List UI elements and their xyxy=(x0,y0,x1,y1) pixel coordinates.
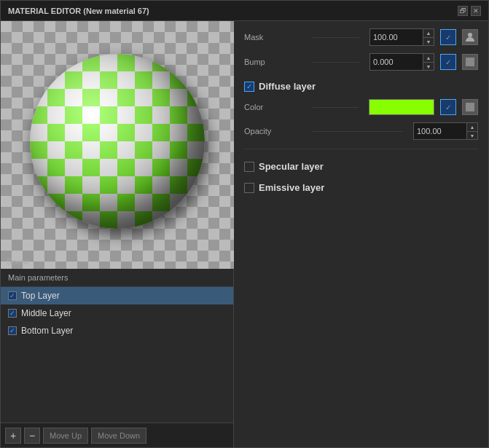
bump-row: Bump ▲ ▼ ✓ xyxy=(244,53,478,71)
layers-list: ✓Top Layer✓Middle Layer✓Bottom Layer xyxy=(1,287,233,423)
mask-spin-down[interactable]: ▼ xyxy=(423,37,434,45)
color-spacer xyxy=(313,107,359,108)
emissive-layer-title: Emissive layer xyxy=(259,182,324,193)
layers-toolbar: + − Move Up Move Down xyxy=(1,423,233,447)
material-editor-window: MATERIAL EDITOR (New material 67) 🗗 ✕ Sc… xyxy=(0,0,489,448)
layer-name-middle: Middle Layer xyxy=(21,308,71,318)
specular-layer-section: Specular layer xyxy=(244,161,478,172)
bump-check-button[interactable]: ✓ xyxy=(440,54,456,70)
left-panel: Scene Main parameters ✓Top Layer✓Middle … xyxy=(1,21,234,447)
svg-rect-2 xyxy=(466,103,474,111)
opacity-spin-buttons: ▲ ▼ xyxy=(466,123,477,139)
specular-layer-title: Specular layer xyxy=(259,161,324,172)
mask-input[interactable] xyxy=(370,29,423,45)
preview-area: Scene xyxy=(1,21,234,269)
diffuse-layer-title: Diffuse layer xyxy=(259,81,316,92)
title-bar: MATERIAL EDITOR (New material 67) 🗗 ✕ xyxy=(1,1,488,21)
opacity-spacer xyxy=(313,131,403,132)
bump-input-wrapper: ▲ ▼ xyxy=(369,53,434,71)
title-bar-controls: 🗗 ✕ xyxy=(458,6,481,16)
color-check-button[interactable]: ✓ xyxy=(440,99,456,115)
color-swatch[interactable] xyxy=(369,99,434,115)
bump-label: Bump xyxy=(244,58,302,66)
close-button[interactable]: ✕ xyxy=(471,6,481,16)
color-row: Color ✓ xyxy=(244,99,478,115)
opacity-label: Opacity xyxy=(244,127,302,135)
mask-spin-buttons: ▲ ▼ xyxy=(423,29,434,45)
divider-1 xyxy=(244,149,478,149)
specular-layer-checkbox[interactable] xyxy=(244,162,254,172)
sphere-container xyxy=(8,28,227,254)
opacity-input-wrapper: ▲ ▼ xyxy=(413,122,478,140)
layer-name-top: Top Layer xyxy=(21,291,60,301)
window-title: MATERIAL EDITOR (New material 67) xyxy=(8,7,149,15)
move-down-button[interactable]: Move Down xyxy=(91,428,146,444)
mask-label: Mask xyxy=(244,33,302,42)
layer-item-top[interactable]: ✓Top Layer xyxy=(1,287,233,304)
svg-point-0 xyxy=(468,33,472,37)
bump-spin-down[interactable]: ▼ xyxy=(423,62,434,70)
bump-spacer xyxy=(313,62,359,63)
move-up-button[interactable]: Move Up xyxy=(43,428,88,444)
emissive-layer-checkbox[interactable] xyxy=(244,183,254,193)
add-layer-button[interactable]: + xyxy=(5,428,21,444)
layer-checkbox-middle[interactable]: ✓ xyxy=(8,309,17,318)
mask-spacer xyxy=(313,37,359,38)
layer-item-bottom[interactable]: ✓Bottom Layer xyxy=(1,322,233,339)
right-panel: Mask ▲ ▼ ✓ B xyxy=(234,21,488,447)
diffuse-layer-section: ✓ Diffuse layer xyxy=(244,81,478,92)
layer-name-bottom: Bottom Layer xyxy=(21,326,73,336)
layer-checkbox-top[interactable]: ✓ xyxy=(8,291,17,300)
mask-spin-up[interactable]: ▲ xyxy=(423,29,434,37)
emissive-layer-section: Emissive layer xyxy=(244,182,478,193)
bump-spin-up[interactable]: ▲ xyxy=(423,54,434,62)
opacity-spin-up[interactable]: ▲ xyxy=(467,123,477,131)
mask-check-button[interactable]: ✓ xyxy=(440,29,456,45)
mask-input-wrapper: ▲ ▼ xyxy=(369,28,434,46)
bump-icon-button[interactable] xyxy=(462,54,478,70)
layers-header: Main parameters xyxy=(1,269,233,287)
scene-label: Scene xyxy=(7,257,29,266)
main-content: Scene Main parameters ✓Top Layer✓Middle … xyxy=(1,21,488,447)
bump-input[interactable] xyxy=(370,54,423,70)
layers-panel: Main parameters ✓Top Layer✓Middle Layer✓… xyxy=(1,269,233,447)
material-sphere xyxy=(30,54,205,229)
opacity-spin-down[interactable]: ▼ xyxy=(467,131,477,139)
svg-rect-1 xyxy=(466,58,474,66)
bump-spin-buttons: ▲ ▼ xyxy=(423,54,434,70)
remove-layer-button[interactable]: − xyxy=(24,428,40,444)
opacity-input[interactable] xyxy=(414,123,466,139)
color-icon-button[interactable] xyxy=(462,99,478,115)
layer-item-middle[interactable]: ✓Middle Layer xyxy=(1,304,233,322)
diffuse-layer-checkbox[interactable]: ✓ xyxy=(244,82,254,92)
layer-checkbox-bottom[interactable]: ✓ xyxy=(8,326,17,335)
restore-button[interactable]: 🗗 xyxy=(458,6,468,16)
opacity-row: Opacity ▲ ▼ xyxy=(244,122,478,140)
color-label: Color xyxy=(244,103,302,111)
mask-row: Mask ▲ ▼ ✓ xyxy=(244,28,478,46)
mask-icon-button[interactable] xyxy=(462,29,478,45)
